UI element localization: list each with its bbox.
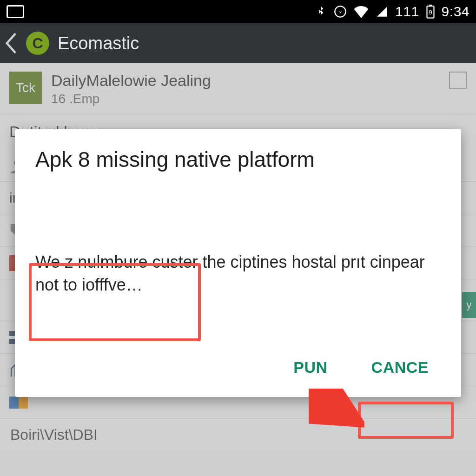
recent-apps-icon[interactable]	[7, 5, 24, 18]
dialog-title: Apk 8 missing native platform	[35, 147, 441, 172]
float-badge[interactable]: y	[462, 292, 476, 318]
back-icon[interactable]	[5, 33, 18, 54]
battery-icon: 9	[426, 5, 435, 19]
list-item-title: DailyMalelowie Jealing	[51, 72, 440, 90]
dialog-actions: PUN CANCE	[35, 352, 441, 383]
status-time: 9:34	[442, 4, 469, 20]
list-item-label	[9, 291, 13, 309]
path-label: Boiri\Vist\DBI	[0, 419, 476, 451]
status-badge: 111	[395, 4, 419, 20]
app-logo: C	[26, 32, 49, 55]
cancel-button[interactable]: CANCE	[362, 352, 438, 383]
wifi-icon	[353, 5, 369, 18]
avatar: Tck	[9, 72, 42, 104]
list-item-subtitle: 16 .Emp	[51, 92, 440, 106]
status-right-cluster: 111 9 9:34	[315, 4, 469, 20]
app-title: Ecomastic	[58, 33, 139, 53]
checkbox[interactable]	[449, 72, 467, 89]
run-button[interactable]: PUN	[284, 352, 337, 383]
svg-rect-2	[429, 5, 432, 6]
svg-point-0	[335, 6, 345, 17]
alert-dialog: Apk 8 missing native platform We z nulmb…	[15, 129, 461, 397]
download-icon	[334, 5, 347, 18]
list-item[interactable]: Tck DailyMalelowie Jealing 16 .Emp	[0, 63, 476, 114]
dialog-body: We z nulmbure custer the ciptines hostal…	[35, 251, 441, 296]
app-icon	[9, 397, 28, 409]
app-bar: C Ecomastic	[0, 23, 476, 63]
status-bar: 111 9 9:34	[0, 0, 476, 23]
svg-text:9: 9	[429, 9, 432, 16]
tether-icon	[315, 5, 327, 19]
cellular-signal-icon	[376, 6, 389, 18]
